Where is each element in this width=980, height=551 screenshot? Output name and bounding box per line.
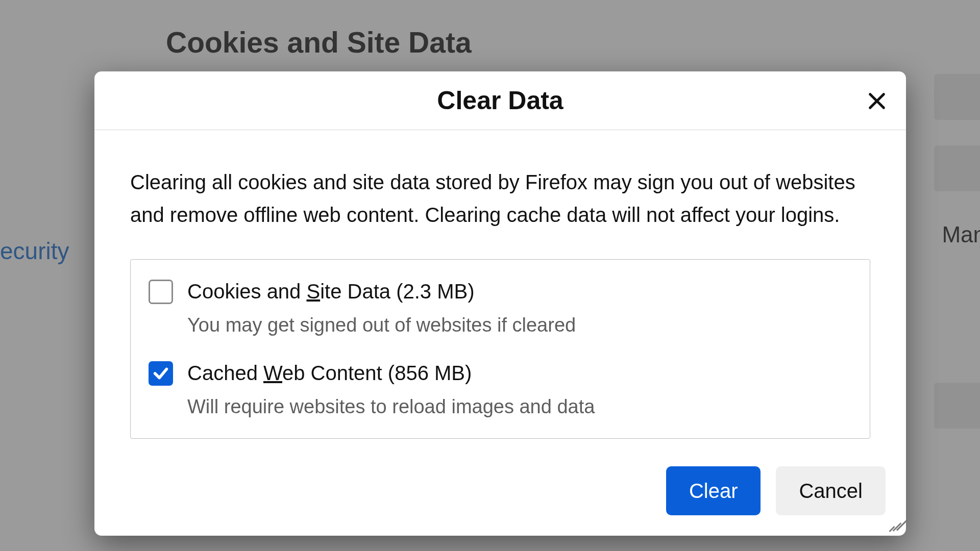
clear-button[interactable]: Clear xyxy=(666,466,761,515)
mnemonic: S xyxy=(306,280,320,303)
label-part: Cached xyxy=(187,362,263,384)
label-part: Cookies and xyxy=(187,280,306,303)
checkbox-cache[interactable] xyxy=(149,361,173,386)
label-part: ite Data (2.3 MB) xyxy=(320,280,474,303)
options-group: Cookies and Site Data (2.3 MB) You may g… xyxy=(130,259,870,439)
label-part: eb Content (856 MB) xyxy=(282,362,472,384)
cancel-button[interactable]: Cancel xyxy=(776,466,886,515)
checkbox-cookies[interactable] xyxy=(149,280,173,304)
close-button[interactable] xyxy=(863,87,891,115)
dialog-header: Clear Data xyxy=(94,71,906,130)
option-text: Cookies and Site Data (2.3 MB) You may g… xyxy=(187,278,852,336)
resize-grip[interactable] xyxy=(885,514,903,533)
checkmark-icon xyxy=(152,365,169,382)
option-cookies: Cookies and Site Data (2.3 MB) You may g… xyxy=(149,278,852,336)
dialog-description: Clearing all cookies and site data store… xyxy=(130,166,870,231)
dialog-footer: Clear Cancel xyxy=(94,466,906,536)
option-subtext: You may get signed out of websites if cl… xyxy=(187,314,852,336)
dialog-title: Clear Data xyxy=(437,86,563,115)
mnemonic: W xyxy=(263,362,282,384)
clear-data-dialog: Clear Data Clearing all cookies and site… xyxy=(94,71,906,536)
dialog-body: Clearing all cookies and site data store… xyxy=(94,130,906,466)
option-label: Cookies and Site Data (2.3 MB) xyxy=(187,278,852,305)
option-subtext: Will require websites to reload images a… xyxy=(187,396,852,418)
option-label: Cached Web Content (856 MB) xyxy=(187,359,852,387)
option-text: Cached Web Content (856 MB) Will require… xyxy=(187,359,852,418)
close-icon xyxy=(867,91,887,111)
option-cache: Cached Web Content (856 MB) Will require… xyxy=(149,359,852,418)
